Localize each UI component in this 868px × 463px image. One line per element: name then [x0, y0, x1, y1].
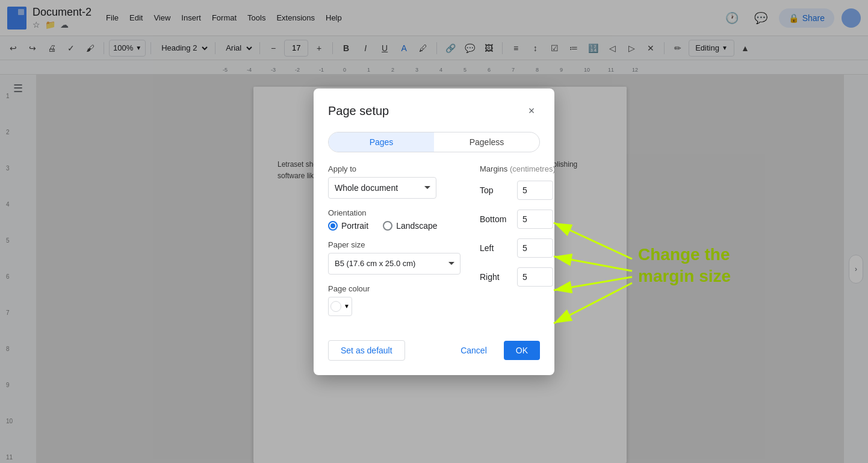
modal-overlay[interactable]: Page setup × Pages Pageless Apply to Who… [0, 0, 868, 463]
right-margin-input[interactable] [517, 267, 553, 287]
dialog-footer: Set as default Cancel OK [328, 340, 540, 361]
portrait-option[interactable]: Portrait [328, 221, 368, 231]
dialog-right-col: Margins (centimetres) Top Bottom Left [480, 164, 588, 326]
bottom-margin-row: Bottom [480, 210, 588, 229]
margins-title: Margins (centimetres) [480, 164, 588, 173]
orientation-label: Orientation [328, 208, 460, 217]
apply-to-select[interactable]: Whole document [328, 177, 436, 199]
right-margin-row: Right [480, 267, 588, 287]
colour-arrow: ▼ [344, 303, 350, 309]
margins-section: Margins (centimetres) Top Bottom Left [480, 164, 588, 287]
left-margin-label: Left [480, 243, 510, 253]
top-margin-input[interactable] [517, 181, 553, 200]
dialog-title: Page setup [328, 104, 389, 118]
left-margin-input[interactable] [517, 238, 553, 258]
left-margin-row: Left [480, 238, 588, 258]
colour-circle [330, 301, 341, 312]
set-default-button[interactable]: Set as default [328, 340, 405, 361]
page-colour-section: Page colour ▼ [328, 284, 460, 316]
margins-unit: (centimetres) [510, 164, 556, 173]
tab-pageless[interactable]: Pageless [434, 132, 539, 152]
bottom-margin-input[interactable] [517, 210, 553, 229]
orientation-section: Orientation Portrait Landscape [328, 208, 460, 231]
tab-pages[interactable]: Pages [329, 132, 434, 152]
bottom-margin-label: Bottom [480, 214, 510, 224]
dialog-body: Apply to Whole document Orientation Port… [328, 164, 540, 326]
right-margin-label: Right [480, 272, 510, 282]
landscape-label: Landscape [396, 221, 438, 231]
ok-button[interactable]: OK [504, 341, 540, 360]
dialog-left-col: Apply to Whole document Orientation Port… [328, 164, 460, 326]
margins-label: Margins [480, 164, 507, 173]
top-margin-row: Top [480, 181, 588, 200]
landscape-radio[interactable] [383, 221, 392, 231]
page-colour-swatch[interactable]: ▼ [328, 297, 352, 316]
cancel-button[interactable]: Cancel [448, 341, 499, 360]
dialog-close-button[interactable]: × [523, 103, 540, 120]
landscape-option[interactable]: Landscape [383, 221, 438, 231]
footer-right-buttons: Cancel OK [448, 341, 540, 360]
page-setup-dialog: Page setup × Pages Pageless Apply to Who… [314, 89, 554, 375]
paper-size-section: Paper size B5 (17.6 cm x 25.0 cm) [328, 240, 460, 275]
portrait-label: Portrait [341, 221, 368, 231]
apply-to-section: Apply to Whole document [328, 164, 460, 199]
paper-size-label: Paper size [328, 240, 460, 249]
orientation-group: Portrait Landscape [328, 221, 460, 231]
dialog-tabs: Pages Pageless [328, 132, 540, 152]
top-margin-label: Top [480, 185, 510, 195]
dialog-header: Page setup × [328, 103, 540, 120]
paper-size-select[interactable]: B5 (17.6 cm x 25.0 cm) [328, 253, 460, 275]
apply-to-label: Apply to [328, 164, 460, 173]
portrait-radio[interactable] [328, 221, 338, 231]
page-colour-label: Page colour [328, 284, 460, 293]
